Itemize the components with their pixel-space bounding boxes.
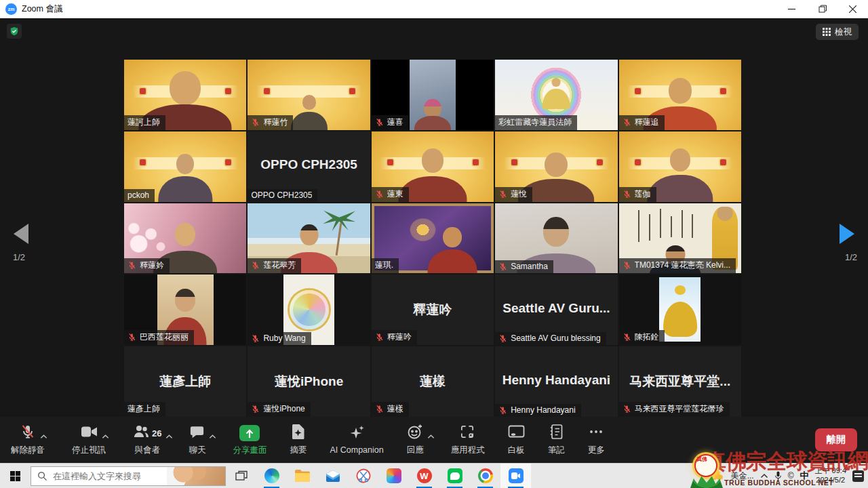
chrome-icon[interactable] <box>470 464 500 488</box>
file-explorer-icon[interactable] <box>287 464 317 488</box>
participant-tile[interactable]: 莲花翠芳 <box>248 203 370 274</box>
tray-copyright-icon[interactable]: © <box>788 471 794 481</box>
participant-tile[interactable]: Seattle AV Guru...Seattle AV Guru blessi… <box>495 274 617 345</box>
toolbar-reactions[interactable]: 回應 <box>407 424 424 456</box>
participant-tile[interactable]: 釋蓮妗 <box>124 203 246 274</box>
toolbar-camera[interactable]: 停止視訊 <box>72 424 106 456</box>
close-icon[interactable] <box>837 0 868 18</box>
toolbar-chat[interactable]: 聊天 <box>189 424 205 456</box>
participant-tile[interactable]: 釋蓮吟釋蓮吟 <box>372 274 494 345</box>
participant-tile[interactable]: 蓮東 <box>372 131 494 202</box>
participant-tile[interactable]: 蓮樣蓮樣 <box>372 346 494 417</box>
participant-name-label: 蓮樣 <box>372 402 409 417</box>
muted-mic-icon <box>127 333 136 342</box>
toolbar-notes[interactable]: 筆記 <box>548 424 565 456</box>
participant-tile[interactable]: 陳拓銓 <box>619 274 741 345</box>
muted-mic-icon <box>251 118 260 127</box>
participant-figure <box>537 77 576 109</box>
tray-mic-icon[interactable] <box>774 471 782 481</box>
mail-icon[interactable] <box>317 464 348 488</box>
toolbar-whiteboard[interactable]: 白板 <box>508 424 525 456</box>
participant-tile[interactable]: OPPO CPH2305OPPO CPH2305 <box>248 131 370 202</box>
restore-icon[interactable] <box>807 0 837 18</box>
participant-name-label: Seattle AV Guru blessing <box>495 332 606 345</box>
participant-tile[interactable]: 蓮悅 <box>495 131 617 202</box>
participant-figure <box>418 203 486 274</box>
participant-tile[interactable]: 莲伽 <box>619 131 741 202</box>
whiteboard-icon <box>508 425 525 442</box>
office-icon[interactable] <box>378 464 409 488</box>
participant-tile[interactable]: 蓮琪. <box>372 203 494 274</box>
toolbar-apps[interactable]: 應用程式 <box>451 424 485 456</box>
participant-tile[interactable]: 巴西莲花丽丽 <box>124 274 246 345</box>
tray-expand-chevron-icon[interactable] <box>760 473 768 479</box>
share-screen-icon <box>239 425 260 441</box>
view-button[interactable]: 檢視 <box>816 24 859 40</box>
participant-tile[interactable]: 彩虹雷藏寺蓮員法師 <box>495 60 617 130</box>
search-input[interactable] <box>53 471 161 481</box>
line-icon[interactable] <box>439 464 470 488</box>
wps-office-icon[interactable]: W <box>409 464 439 488</box>
meeting-area: 檢視 蓮訶上師釋蓮竹蓮喜彩虹雷藏寺蓮員法師釋蓮追pckohOPPO CPH230… <box>0 18 868 417</box>
task-view-icon[interactable] <box>226 464 256 488</box>
participant-tile[interactable]: 蓮悅iPhone蓮悅iPhone <box>248 346 370 417</box>
participant-tile[interactable]: Henny HandayaniHenny Handayani <box>495 346 617 417</box>
toolbar-summary[interactable]: 摘要 <box>290 424 307 456</box>
participant-tile[interactable]: pckoh <box>124 131 246 202</box>
participant-name-label: TM01374 蓮花憲亮 Kelvi... <box>619 258 736 273</box>
participant-tile[interactable]: TM01374 蓮花憲亮 Kelvi... <box>619 203 741 274</box>
taskbar-search[interactable] <box>31 466 226 486</box>
edge-icon[interactable] <box>256 464 287 488</box>
muted-mic-icon <box>375 190 384 199</box>
leave-button[interactable]: 離開 <box>815 428 857 451</box>
muted-mic-icon <box>623 333 631 342</box>
participant-tile[interactable]: 釋蓮竹 <box>248 60 370 130</box>
chevron-up-icon[interactable] <box>209 430 216 442</box>
participant-tile[interactable]: 蓮訶上師 <box>124 60 246 130</box>
search-icon <box>37 471 47 481</box>
toolbar-more[interactable]: 更多 <box>588 424 605 456</box>
participant-name-center: Seattle AV Guru... <box>499 301 614 316</box>
page-indicator-right: 1/2 <box>845 252 857 262</box>
participant-tile[interactable]: 蓮彥上師蓮彥上師 <box>124 346 246 417</box>
toolbar-ai-companion[interactable]: AI Companion <box>330 425 383 455</box>
title-bar: zm Zoom 會議 <box>0 0 868 18</box>
search-highlight-image[interactable] <box>167 467 225 485</box>
widget-label[interactable]: 美金... <box>731 470 754 482</box>
zoom-app-icon: zm <box>5 3 17 15</box>
participant-tile[interactable]: Samantha <box>495 203 617 274</box>
security-shield-icon[interactable] <box>7 24 22 39</box>
muted-mic-icon <box>498 190 507 199</box>
start-icon[interactable] <box>0 464 31 488</box>
chevron-up-icon[interactable] <box>165 430 173 442</box>
muted-mic-icon <box>251 334 260 343</box>
muted-mic-icon <box>498 262 507 271</box>
toolbar-share-screen[interactable]: 分享畫面 <box>233 424 267 456</box>
notification-center-icon[interactable] <box>852 470 864 482</box>
zoom-taskbar-icon[interactable] <box>500 464 531 488</box>
toolbar-participants[interactable]: 26與會者 <box>133 424 161 456</box>
participant-tile[interactable]: 马来西亚尊平堂...马来西亚尊平堂莲花僭珍 <box>619 346 741 417</box>
participants-icon <box>133 424 149 442</box>
participant-tile[interactable]: 蓮喜 <box>372 60 494 130</box>
zoom-meeting-window: zm Zoom 會議 檢視 蓮訶上師釋蓮竹蓮喜彩虹雷藏寺蓮員法師釋蓮追pckoh… <box>0 0 868 488</box>
toolbar-label: 停止視訊 <box>72 445 106 456</box>
minimize-icon[interactable] <box>776 0 807 18</box>
gold-price-widget-icon[interactable] <box>710 470 725 481</box>
participant-tile[interactable]: 釋蓮追 <box>619 60 741 130</box>
ime-indicator[interactable]: 中 <box>800 470 809 482</box>
taskbar-clock[interactable]: 上午 09:4 2024/5/2 <box>815 466 846 485</box>
chat-icon <box>189 424 205 442</box>
chevron-up-icon[interactable] <box>102 430 109 442</box>
more-icon <box>588 424 604 443</box>
windows-taskbar: W 美金... © 中 上午 09:4 2024/5/2 <box>0 463 868 488</box>
next-page-arrow-icon[interactable] <box>840 224 854 244</box>
previous-page-arrow-icon[interactable] <box>14 224 28 244</box>
participant-name-label: Ruby Wang <box>248 332 311 345</box>
chevron-up-icon[interactable] <box>40 430 47 442</box>
toolbar-label: 更多 <box>588 445 605 456</box>
toolbar-mic-muted[interactable]: 解除靜音 <box>11 424 45 456</box>
snipping-tool-icon[interactable] <box>348 464 378 488</box>
participant-tile[interactable]: Ruby Wang <box>248 274 370 345</box>
chevron-up-icon[interactable] <box>427 430 435 442</box>
